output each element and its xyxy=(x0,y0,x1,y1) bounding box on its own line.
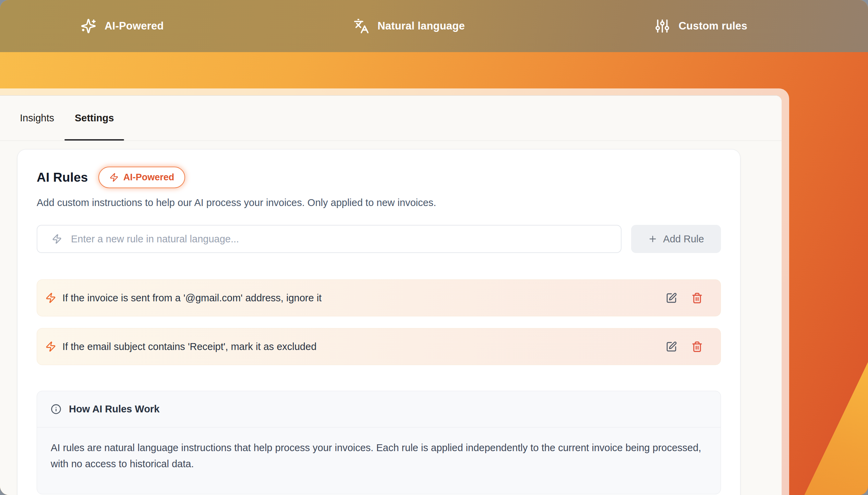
feature-banner: AI-Powered Natural language Custom rules xyxy=(0,0,868,52)
delete-rule-button[interactable] xyxy=(691,292,703,304)
ai-rules-description: Add custom instructions to help our AI p… xyxy=(37,197,721,208)
plus-icon xyxy=(648,234,658,244)
sliders-icon xyxy=(654,18,670,34)
how-ai-rules-work-box: How AI Rules Work AI rules are natural l… xyxy=(37,391,721,494)
delete-rule-button[interactable] xyxy=(691,341,703,352)
add-rule-button[interactable]: Add Rule xyxy=(631,225,721,253)
sparkles-icon xyxy=(81,18,96,34)
ai-powered-badge: AI-Powered xyxy=(98,167,185,188)
tab-insights[interactable]: Insights xyxy=(10,96,64,141)
feature-label: Natural language xyxy=(377,20,465,32)
info-box-body: AI rules are natural language instructio… xyxy=(37,427,721,494)
rule-row: If the invoice is sent from a '@gmail.co… xyxy=(37,279,721,316)
zap-icon xyxy=(45,341,56,352)
new-rule-input-wrap xyxy=(37,225,622,253)
rule-actions xyxy=(666,292,703,304)
tab-settings[interactable]: Settings xyxy=(64,96,124,141)
ai-rules-heading-row: AI Rules AI-Powered xyxy=(37,167,721,188)
trash-icon xyxy=(691,292,703,304)
rule-text: If the email subject contains 'Receipt',… xyxy=(62,341,666,352)
feature-natural-language: Natural language xyxy=(353,18,465,34)
edit-rule-button[interactable] xyxy=(666,341,677,352)
rules-list: If the invoice is sent from a '@gmail.co… xyxy=(37,279,721,365)
info-box-header: How AI Rules Work xyxy=(37,391,721,427)
zap-icon xyxy=(109,173,119,182)
new-rule-input[interactable] xyxy=(71,233,611,245)
zap-icon xyxy=(45,292,56,303)
trash-icon xyxy=(691,341,703,352)
edit-icon xyxy=(666,341,677,352)
info-box-text: AI rules are natural language instructio… xyxy=(51,440,706,472)
screenshot-root: AI-Powered Natural language Custom rules… xyxy=(0,0,868,495)
page-title: AI Rules xyxy=(37,170,88,185)
add-rule-label: Add Rule xyxy=(663,233,704,245)
app-window: Insights Settings AI Rules AI-Powered Ad… xyxy=(0,88,789,495)
languages-icon xyxy=(353,18,369,34)
edit-icon xyxy=(666,292,677,304)
edit-rule-button[interactable] xyxy=(666,292,677,304)
feature-label: Custom rules xyxy=(678,20,747,32)
feature-ai-powered: AI-Powered xyxy=(81,18,164,34)
badge-label: AI-Powered xyxy=(123,172,174,183)
new-rule-row: Add Rule xyxy=(37,225,721,253)
info-box-title: How AI Rules Work xyxy=(69,403,159,415)
info-icon xyxy=(51,404,61,414)
feature-label: AI-Powered xyxy=(105,20,164,32)
app-window-content: Insights Settings AI Rules AI-Powered Ad… xyxy=(0,95,782,495)
rule-text: If the invoice is sent from a '@gmail.co… xyxy=(62,292,666,304)
zap-icon xyxy=(52,234,62,244)
feature-custom-rules: Custom rules xyxy=(654,18,747,34)
ai-rules-card: AI Rules AI-Powered Add custom instructi… xyxy=(17,149,740,495)
tab-bar: Insights Settings xyxy=(0,96,782,141)
wallpaper-diagonal-wedge xyxy=(787,358,868,495)
rule-actions xyxy=(666,341,703,352)
rule-row: If the email subject contains 'Receipt',… xyxy=(37,328,721,365)
